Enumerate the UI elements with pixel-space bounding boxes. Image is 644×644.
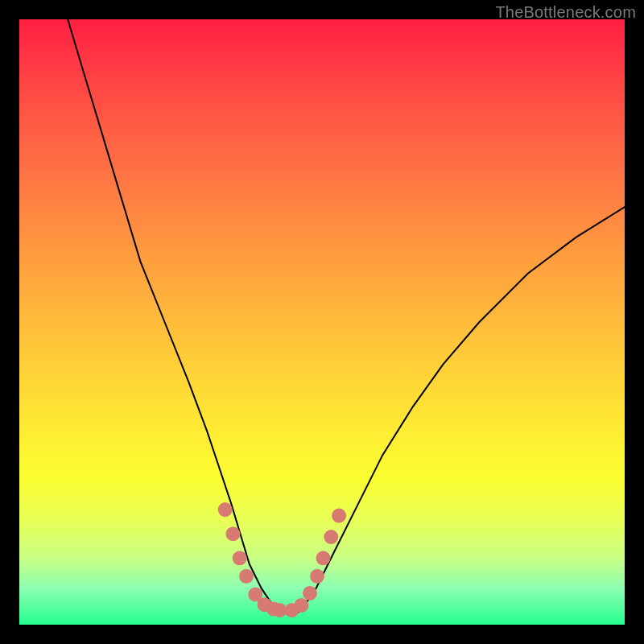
highlight-dot (332, 509, 346, 523)
highlight-dot (218, 502, 233, 517)
highlight-dot (226, 526, 241, 541)
highlight-dot (239, 569, 254, 584)
highlight-dot (303, 586, 317, 601)
highlight-dot (233, 551, 247, 565)
highlight-dots-group (218, 502, 346, 617)
highlight-dot (324, 530, 338, 544)
highlight-dot (294, 598, 308, 613)
highlight-dot (316, 551, 331, 565)
chart-svg (19, 19, 625, 625)
highlight-dot (310, 569, 324, 584)
bottleneck-curve (68, 19, 625, 613)
